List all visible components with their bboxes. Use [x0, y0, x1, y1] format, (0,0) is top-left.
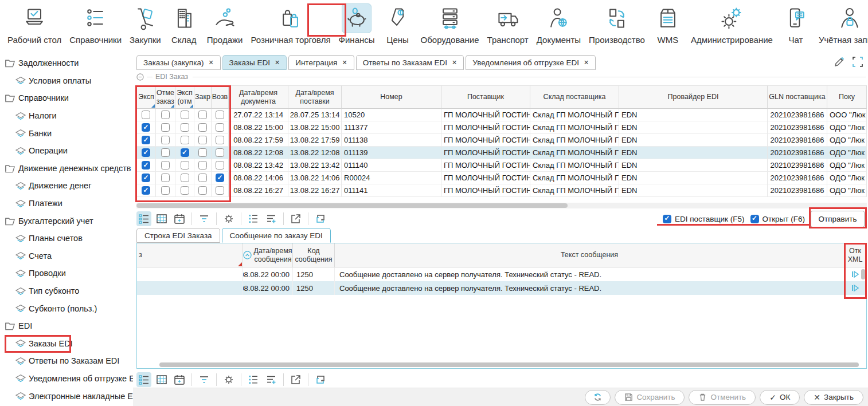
nav-item-transport[interactable]: Транспорт	[483, 2, 533, 46]
sidebar-item-edi-shipment-notices[interactable]: Уведомления об отгрузке EDI	[0, 370, 133, 388]
open-xml-icon[interactable]	[844, 281, 866, 295]
col-header-message-text[interactable]: Текст сообщения	[335, 243, 844, 267]
calendar-icon[interactable]	[172, 372, 187, 387]
checkbox-closed[interactable]	[198, 148, 207, 157]
checkbox-closed[interactable]	[198, 161, 207, 170]
numbered-list-icon[interactable]	[246, 211, 261, 226]
checkbox-exported[interactable]	[142, 161, 150, 170]
checkbox-closed[interactable]	[198, 111, 207, 119]
sidebar-item-references[interactable]: Справочники	[0, 89, 133, 107]
save-button[interactable]: Сохранить	[615, 390, 685, 405]
sidebar-item-taxes[interactable]: Налоги	[0, 107, 133, 125]
sidebar-item-money-movement[interactable]: Движение денег	[0, 177, 133, 195]
order-row[interactable]: 08.08.22 14:06 13.08.22 14:06 R00024 ГП …	[136, 172, 867, 184]
checkbox-exported[interactable]	[142, 136, 150, 144]
col-header-returned[interactable]: Возв	[212, 85, 229, 109]
col-header-exported[interactable]: Эксп	[136, 85, 156, 109]
tab-close-icon[interactable]: ✕	[452, 59, 457, 66]
tab-edi-shipment-notices[interactable]: Уведомления об отгрузке EDI✕	[466, 55, 596, 70]
col-header-buyer[interactable]: Поку	[827, 85, 867, 109]
message-row[interactable]: 08.08.22 00:00 1250 Сообщение доставлено…	[137, 281, 866, 295]
checkbox-order-cancelled[interactable]	[161, 136, 170, 144]
checkbox-closed[interactable]	[198, 186, 207, 195]
order-row[interactable]: 27.07.22 13:14 28.07.25 13:14 10520 ГП М…	[136, 109, 867, 121]
checkbox-exported[interactable]	[142, 111, 150, 119]
checkbox-order-cancelled[interactable]	[161, 148, 170, 157]
add-row-icon[interactable]	[264, 372, 279, 387]
send-button[interactable]: Отправить	[811, 211, 865, 227]
close-button[interactable]: ✕Закрыть	[804, 390, 863, 405]
col-header-export-cancel[interactable]: Эксп(отм	[175, 85, 194, 109]
checkbox-returned[interactable]	[216, 136, 224, 144]
view-grid-icon[interactable]	[154, 372, 169, 387]
sort-ascending-icon[interactable]	[243, 251, 252, 259]
order-row[interactable]: 08.08.22 16:27 13.08.22 16:27 011141 ГП …	[136, 184, 867, 197]
tab-edi-orders[interactable]: Заказы EDI✕	[222, 55, 287, 70]
nav-item-documents[interactable]: Документы	[533, 2, 585, 46]
sidebar-item-chart-of-accounts[interactable]: Планы счетов	[0, 230, 133, 247]
checkbox-export-cancel[interactable]	[181, 174, 189, 182]
checkbox-export-cancel[interactable]	[181, 148, 189, 157]
settings-gear-icon[interactable]	[221, 211, 236, 226]
col-header-status[interactable]: з	[137, 243, 243, 267]
checkbox-export-cancel[interactable]	[181, 186, 189, 195]
col-header-message-datetime[interactable]: Дата/время сообщения	[243, 243, 293, 267]
sidebar-item-edi-orders[interactable]: Заказы EDI	[0, 335, 133, 353]
open-external-icon[interactable]	[288, 211, 303, 226]
tab-edi-order-line[interactable]: Строка EDI Заказа	[136, 228, 220, 243]
nav-item-warehouse[interactable]: Склад	[165, 2, 203, 46]
nav-item-account[interactable]: Учётная запись	[815, 2, 868, 46]
open-external-icon[interactable]	[288, 372, 303, 387]
reload-icon[interactable]	[313, 211, 328, 226]
sidebar-item-subconto-type[interactable]: Тип субконто	[0, 282, 133, 300]
sidebar-item-accounts[interactable]: Счета	[0, 247, 133, 265]
settings-gear-icon[interactable]	[221, 372, 236, 387]
tab-edi-order-replies[interactable]: Ответы по Заказам EDI✕	[356, 55, 464, 70]
nav-item-chat[interactable]: Чат	[777, 2, 815, 46]
reload-icon[interactable]	[313, 372, 328, 387]
nav-item-references[interactable]: Справочники	[65, 2, 126, 46]
col-header-message-code[interactable]: Код сообщения	[293, 243, 335, 267]
checkbox-exported[interactable]	[142, 123, 150, 132]
tab-integration[interactable]: Интеграция✕	[288, 55, 354, 70]
edi-supplier-checkbox[interactable]	[663, 215, 671, 223]
checkbox-export-cancel[interactable]	[181, 161, 189, 170]
nav-item-administration[interactable]: Администрирование	[687, 2, 777, 46]
checkbox-export-cancel[interactable]	[181, 111, 189, 119]
order-row-selected[interactable]: 08.08.22 12:08 13.08.22 12:08 011139 ГП …	[136, 147, 867, 159]
sidebar-item-payment-terms[interactable]: Условия оплаты	[0, 72, 133, 90]
add-row-icon[interactable]	[264, 211, 279, 226]
view-rows-icon[interactable]	[136, 372, 151, 387]
sidebar-item-cash-flow[interactable]: Движение денежных средств	[0, 160, 133, 178]
filter-icon[interactable]	[197, 211, 212, 226]
col-header-edi-provider[interactable]: Провайдер EDI	[619, 85, 768, 109]
sidebar-item-accounting[interactable]: Бухгалтерский учет	[0, 212, 133, 230]
expand-icon[interactable]	[852, 56, 863, 68]
open-checkbox-label[interactable]: Открыт (F6)	[750, 215, 805, 223]
messages-vertical-scrollbar-thumb[interactable]	[861, 269, 865, 279]
checkbox-export-cancel[interactable]	[181, 136, 189, 144]
checkbox-order-cancelled[interactable]	[161, 123, 170, 132]
nav-item-purchases[interactable]: Закупки	[126, 2, 165, 46]
col-header-closed[interactable]: Закр	[194, 85, 212, 109]
ok-button[interactable]: ✓ОК	[760, 390, 800, 405]
sidebar-item-banks[interactable]: Банки	[0, 124, 133, 142]
checkbox-returned[interactable]	[216, 111, 224, 119]
col-header-supplier[interactable]: Поставщик	[441, 85, 530, 109]
nav-item-retail[interactable]: Розничная торговля	[247, 2, 334, 46]
nav-item-equipment[interactable]: Оборудование	[417, 2, 483, 46]
checkbox-returned[interactable]	[216, 186, 224, 195]
tab-close-icon[interactable]: ✕	[584, 59, 589, 66]
col-header-number[interactable]: Номер	[342, 85, 441, 109]
view-rows-icon[interactable]	[136, 211, 151, 226]
nav-item-prices[interactable]: Цены	[379, 2, 417, 46]
checkbox-exported[interactable]	[142, 186, 150, 195]
col-header-supplier-gln[interactable]: GLN поставщика	[768, 85, 827, 109]
nav-item-desktop[interactable]: Рабочий стол	[3, 2, 65, 46]
checkbox-order-cancelled[interactable]	[161, 111, 170, 119]
col-header-delivery-datetime[interactable]: Дата/время поставки	[288, 85, 342, 109]
col-header-supplier-warehouse[interactable]: Склад поставщика	[530, 85, 619, 109]
numbered-list-icon[interactable]	[246, 372, 261, 387]
scrollbar-thumb[interactable]	[136, 203, 568, 208]
sidebar-item-subconto-user[interactable]: Субконто (польз.)	[0, 299, 133, 317]
